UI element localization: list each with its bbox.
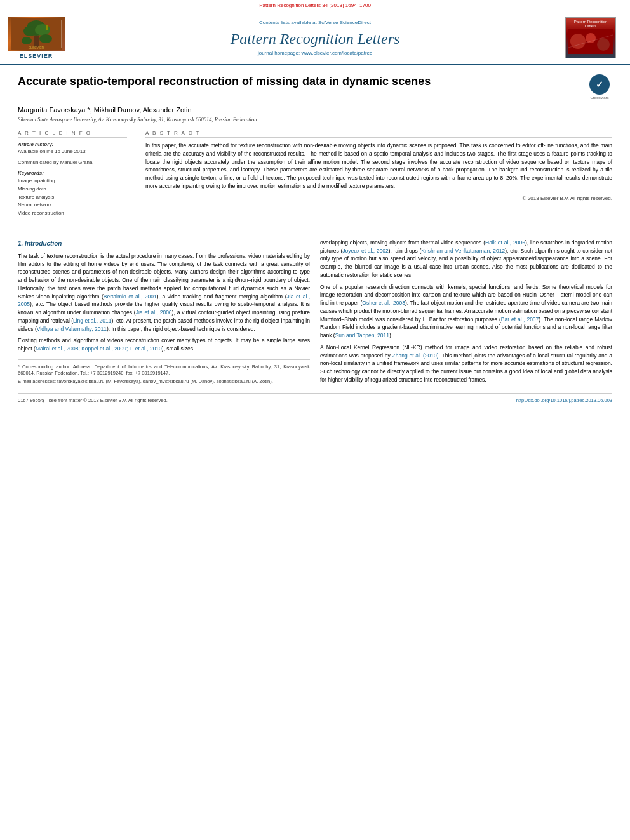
section-1-title: 1. Introduction	[18, 239, 310, 248]
journal-title-area: Contents lists available at SciVerse Sci…	[77, 17, 553, 59]
doi-text: http://dx.doi.org/10.1016/j.patrec.2013.…	[516, 397, 612, 403]
cover-decorative-svg	[568, 29, 613, 54]
communicated-by: Communicated by Manuel Graña	[18, 159, 127, 165]
ref-haik[interactable]: Haik et al., 2006	[485, 239, 525, 246]
svg-text:ELSEVIER: ELSEVIER	[29, 46, 44, 50]
journal-homepage: journal homepage: www.elsevier.com/locat…	[258, 50, 372, 56]
journal-title: Pattern Recognition Letters	[231, 30, 400, 48]
keywords-label: Keywords:	[18, 170, 127, 176]
svg-point-5	[22, 37, 32, 44]
keywords-list: Image inpainting Missing data Texture an…	[18, 177, 127, 218]
ref-sun[interactable]: Sun and Tappen, 2011	[335, 332, 389, 338]
body-content: 1. Introduction The task of texture reco…	[18, 239, 612, 388]
cover-title: Pattern Recognition Letters	[574, 20, 608, 29]
homepage-prefix: journal homepage:	[258, 50, 302, 56]
sciverse-name: SciVerse ScienceDirect	[318, 20, 371, 25]
ref-bar[interactable]: Bar et al., 2007	[501, 316, 539, 323]
svg-rect-0	[11, 18, 62, 50]
footnote-section: * Corresponding author. Address: Departm…	[18, 359, 310, 385]
svg-point-12	[597, 38, 610, 51]
body-column-left: 1. Introduction The task of texture reco…	[18, 239, 310, 388]
homepage-url: www.elsevier.com/locate/patrec	[301, 50, 372, 56]
elsevier-logo-area: ELSEVIER ELSEVIER	[8, 17, 71, 59]
bottom-bar: 0167-8655/$ - see front matter © 2013 El…	[18, 393, 612, 403]
journal-cover-area: Pattern Recognition Letters	[559, 17, 622, 59]
ref-zhang[interactable]: Zhang et al. (2010)	[392, 352, 439, 359]
keyword-1: Image inpainting	[18, 177, 127, 185]
svg-point-1	[27, 20, 46, 36]
elsevier-decorative-svg: ELSEVIER	[11, 18, 62, 50]
journal-cover-image: Pattern Recognition Letters	[565, 17, 616, 58]
copyright-line: © 2013 Elsevier B.V. All rights reserved…	[145, 196, 612, 201]
keyword-5: Video reconstruction	[18, 210, 127, 218]
body-paragraph-1: The task of texture reconstruction is th…	[18, 252, 310, 333]
body-paragraph-2: Existing methods and algorithms of video…	[18, 337, 310, 353]
elsevier-image: ELSEVIER	[8, 17, 65, 51]
keyword-3: Texture analysis	[18, 194, 127, 202]
author-names: Margarita Favorskaya *, Mikhail Damov, A…	[18, 106, 192, 114]
ref-jia2006[interactable]: Jia et al., 2006	[136, 309, 172, 316]
abstract-header: A B S T R A C T	[145, 130, 612, 138]
svg-point-6	[39, 34, 52, 43]
available-online: Available online 15 June 2013	[18, 149, 127, 154]
article-info-column: A R T I C L E I N F O Article history: A…	[18, 130, 135, 223]
ref-krishnan[interactable]: Krishnan and Venkataraman, 2012	[421, 248, 505, 254]
abstract-column: A B S T R A C T In this paper, the accur…	[145, 130, 612, 223]
article-info-header: A R T I C L E I N F O	[18, 130, 127, 138]
svg-point-11	[586, 33, 596, 43]
history-label: Article history:	[18, 142, 127, 147]
affiliation: Siberian State Aerospace University, Av.…	[18, 116, 612, 123]
issn-text: 0167-8655/$ - see front matter © 2013 El…	[18, 397, 168, 403]
info-abstract-section: A R T I C L E I N F O Article history: A…	[18, 130, 612, 223]
ref-jia2005[interactable]: Jia et al., 2005	[18, 293, 310, 308]
elsevier-text: ELSEVIER	[20, 53, 53, 59]
crossmark-icon: ✓	[589, 74, 610, 95]
article-history: Article history: Available online 15 Jun…	[18, 142, 127, 154]
footnote-emails: E-mail addresses: favorskaya@sibsau.ru (…	[18, 378, 310, 385]
section-divider	[18, 232, 612, 232]
ref-joyeux[interactable]: Joyeux et al., 2002	[342, 248, 388, 254]
journal-banner: Pattern Recognition Letters 34 (2013) 16…	[0, 0, 630, 11]
body-column-right: overlapping objects, moving objects from…	[320, 239, 612, 388]
article-content: Accurate spatio-temporal reconstruction …	[0, 65, 630, 412]
body-paragraph-3: overlapping objects, moving objects from…	[320, 239, 612, 279]
crossmark-badge: ✓ CrossMark	[587, 74, 612, 100]
footnote-corresponding: * Corresponding author. Address: Departm…	[18, 364, 310, 377]
sciverse-prefix: Contents lists available at	[259, 20, 318, 25]
article-title-section: Accurate spatio-temporal reconstruction …	[18, 74, 612, 100]
communicated-text: Communicated by Manuel Graña	[18, 159, 127, 165]
authors: Margarita Favorskaya *, Mikhail Damov, A…	[18, 106, 612, 114]
banner-text: Pattern Recognition Letters 34 (2013) 16…	[259, 3, 371, 8]
ref-ling[interactable]: Ling et al., 2011	[73, 317, 112, 324]
svg-point-3	[35, 24, 50, 36]
ref-vidhya[interactable]: Vidhya and Valarmathy, 2011	[37, 326, 107, 332]
journal-header: ELSEVIER ELSEVIER Contents lists availab…	[0, 11, 630, 65]
svg-point-2	[23, 26, 36, 36]
abstract-text: In this paper, the accurate method for t…	[145, 142, 612, 190]
ref-mairal[interactable]: Mairal et al., 2008; Köppel et al., 2009…	[36, 345, 162, 352]
body-paragraph-4: One of a popular research direction conn…	[320, 283, 612, 340]
crossmark-label: CrossMark	[590, 96, 608, 100]
body-paragraph-5: A Non-Local Kernel Regression (NL-KR) me…	[320, 343, 612, 384]
svg-point-10	[570, 34, 586, 49]
ref-osher[interactable]: Osher et al., 2003	[362, 300, 405, 306]
keyword-2: Missing data	[18, 185, 127, 194]
svg-rect-4	[34, 36, 39, 47]
ref-bertalmio[interactable]: Bertalmio et al., 2001	[104, 293, 157, 300]
article-title: Accurate spatio-temporal reconstruction …	[18, 74, 580, 89]
svg-rect-7	[46, 25, 48, 30]
elsevier-logo: ELSEVIER ELSEVIER	[8, 17, 65, 59]
keyword-4: Neural network	[18, 201, 127, 210]
keywords-section: Keywords: Image inpainting Missing data …	[18, 170, 127, 218]
sciverse-link: Contents lists available at SciVerse Sci…	[259, 20, 371, 25]
